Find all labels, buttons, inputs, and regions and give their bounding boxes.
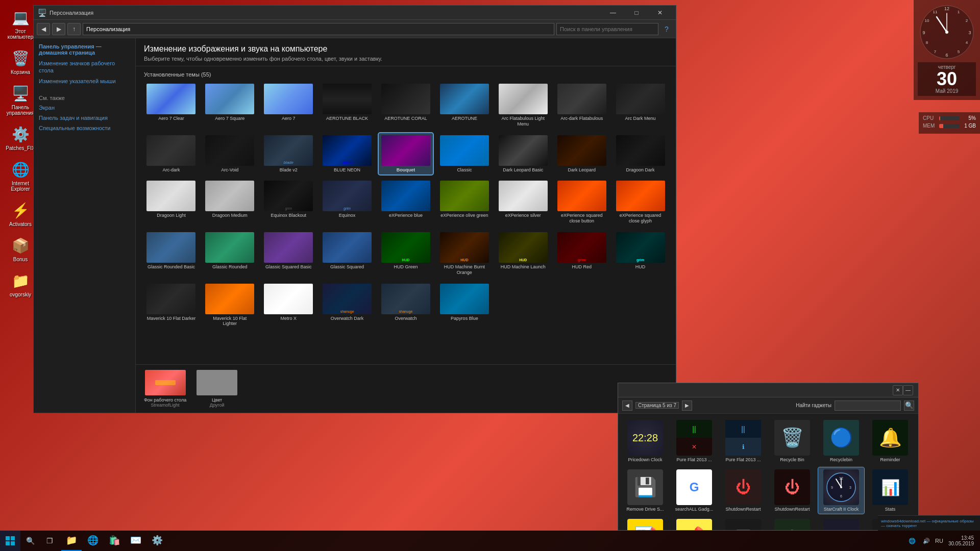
gadget-pure-flat-1[interactable]: || ✕ Pure Flat 2013 ... — [671, 418, 717, 464]
theme-hudgreen[interactable]: HUD HUD Green — [379, 230, 433, 278]
sidebar-home-link[interactable]: Панель управления — домашняя страница — [39, 43, 130, 56]
gadget-recyclebin[interactable]: 🔵 Recyclebin — [818, 418, 864, 464]
theme-metro[interactable]: Metro X — [261, 282, 316, 329]
gadget-sticky-notes-on[interactable]: 📌 Sticky Notes On... — [671, 517, 717, 530]
taskbar-search-button[interactable]: 🔍 — [20, 531, 40, 551]
up-button[interactable]: ↑ — [67, 23, 81, 35]
gadget-searchall[interactable]: G searchALL Gadg... — [671, 467, 717, 514]
theme-expsqcb[interactable]: eXPerience squared close button — [554, 179, 609, 226]
theme-aerotune[interactable]: AEROTUNE — [437, 82, 492, 129]
gadget-sticky-notes[interactable]: 📝 Sticky Notes — [622, 517, 668, 530]
language-indicator[interactable]: RU — [935, 538, 943, 544]
wallpaper-item[interactable]: Фон рабочего столаStreamofLight — [144, 370, 186, 408]
theme-blade[interactable]: blade Blade v2 — [261, 133, 316, 175]
theme-ow[interactable]: shanuge Overwatch — [379, 282, 433, 329]
theme-aeroblack[interactable]: AEROTUNE BLACK — [320, 82, 375, 129]
theme-aerocoral[interactable]: AEROTUNE CORAL — [379, 82, 433, 129]
network-icon[interactable]: 🌐 — [906, 538, 918, 544]
gadget-next-button[interactable]: ▶ — [682, 400, 692, 411]
sidebar-display-link[interactable]: Экран — [39, 104, 130, 111]
theme-arcflatlight[interactable]: Arc Flatabulous Light Menu — [496, 82, 550, 129]
back-button[interactable]: ◀ — [37, 23, 50, 35]
taskbar-icon-mail[interactable]: ✉️ — [126, 531, 146, 551]
volume-icon[interactable]: 🔊 — [921, 538, 932, 544]
theme-equinox[interactable]: grim Equinox — [320, 179, 375, 226]
gadget-shutdown-restart-2[interactable]: ⏻ ShutdownRestart — [769, 467, 815, 514]
taskbar-icon-settings[interactable]: ⚙️ — [147, 531, 167, 551]
gadget-search-input[interactable] — [835, 400, 901, 411]
theme-darkleopardbasic[interactable]: Dark Leopard Basic — [496, 133, 550, 175]
gadget-system-monitor-ii[interactable]: 📉 System Monitor II — [720, 517, 766, 530]
window-maximize-button[interactable]: □ — [625, 6, 648, 20]
start-button[interactable] — [0, 531, 20, 551]
theme-aero7clear[interactable]: Aero 7 Clear — [144, 82, 199, 129]
theme-mav10light[interactable]: Maverick 10 Flat Lighter — [203, 282, 257, 329]
theme-hud[interactable]: grim HUD — [613, 230, 668, 278]
theme-hudbnt[interactable]: HUD HUD Machine Burnt Orange — [437, 230, 492, 278]
help-button[interactable]: ? — [660, 23, 673, 35]
theme-glassicrounded[interactable]: Glassic Rounded — [203, 230, 257, 278]
gadget-minimize-button[interactable]: — — [903, 385, 913, 395]
theme-aero7sq[interactable]: Aero 7 Square — [203, 82, 257, 129]
gadget-reminder[interactable]: 🔔 Reminder — [867, 418, 913, 464]
address-bar[interactable] — [83, 23, 554, 35]
theme-darkleopard[interactable]: Dark Leopard — [554, 133, 609, 175]
gadget-remove-drive[interactable]: 💾 Remove Drive S... — [622, 467, 668, 514]
gadget-system-uptime[interactable]: ⏱️ System Uptime ... — [769, 517, 815, 530]
theme-hudred[interactable]: grim HUD Red — [554, 230, 609, 278]
gadget-starcraft-clock[interactable]: 12 3 6 9 StarCraft II Clock — [818, 467, 864, 514]
system-clock[interactable]: 13:45 30.05.2019 — [946, 535, 976, 546]
theme-glassicroundedbasic[interactable]: Glassic Rounded Basic — [144, 230, 199, 278]
theme-bouquet[interactable]: Bouquet — [379, 133, 433, 175]
taskbar-icon-explorer[interactable]: 📁 — [61, 531, 82, 551]
theme-thumb-equinoxblack: grim — [264, 181, 313, 211]
theme-arcdark[interactable]: Arc Dark Menu — [613, 82, 668, 129]
sidebar-icons-link[interactable]: Изменение значков рабочего стола — [39, 60, 130, 74]
window-close-button[interactable]: ✕ — [648, 6, 672, 20]
theme-arcvoid[interactable]: Arc-Void — [203, 133, 257, 175]
theme-classic[interactable]: Classic — [437, 133, 492, 175]
themes-container[interactable]: Установленные темы (55) Aero 7 Clear Aer… — [136, 66, 676, 364]
recycle-bin-icon: 🗑️ — [10, 48, 31, 68]
theme-glassicsq[interactable]: Glassic Squared — [320, 230, 375, 278]
theme-dragoonmedium[interactable]: Dragoon Medium — [203, 179, 257, 226]
gadget-pure-flat-2[interactable]: || ℹ Pure Flat 2013 ... — [720, 418, 766, 464]
forward-button[interactable]: ▶ — [52, 23, 65, 35]
theme-expsqcg[interactable]: eXPerience squared close glyph — [613, 179, 668, 226]
sidebar-mouse-link[interactable]: Изменение указателей мыши — [39, 78, 130, 85]
taskbar-icon-edge[interactable]: 🌐 — [83, 531, 103, 551]
theme-dragoondark[interactable]: Dragoon Dark — [613, 133, 668, 175]
download-banner: windows64download.net — официальные обра… — [878, 515, 980, 531]
gadget-shutdown-restart-1[interactable]: ⏻ ShutdownRestart — [720, 467, 766, 514]
gadget-recycle-bin[interactable]: 🗑️ Recycle Bin — [769, 418, 815, 464]
theme-owdark[interactable]: shanuge Overwatch Dark — [320, 282, 375, 329]
gadget-prev-button[interactable]: ◀ — [622, 400, 632, 411]
theme-blueneon[interactable]: neon BLUE NEON — [320, 133, 375, 175]
theme-glassicsqbasic[interactable]: Glassic Squared Basic — [261, 230, 316, 278]
svg-text:7: 7 — [934, 49, 937, 54]
theme-dragoonlight[interactable]: Dragoon Light — [144, 179, 199, 226]
color-item[interactable]: ЦветДругой — [197, 370, 237, 408]
theme-papblue[interactable]: Papyros Blue — [437, 282, 492, 329]
theme-expblue[interactable]: eXPerience blue — [379, 179, 433, 226]
gadget-stats[interactable]: 📊 Stats — [867, 467, 913, 514]
theme-arcdarkflat[interactable]: Arc-dark Flatabulous — [554, 82, 609, 129]
taskbar-icon-store[interactable]: 🛍️ — [104, 531, 125, 551]
theme-aero7[interactable]: Aero 7 — [261, 82, 316, 129]
theme-expsilver[interactable]: eXPerience silver — [496, 179, 550, 226]
taskbar-task-view-button[interactable]: ❐ — [40, 531, 59, 551]
window-minimize-button[interactable]: — — [601, 6, 625, 20]
gadget-top-five[interactable]: TopProcessMonitor Top Five — [818, 517, 864, 530]
theme-mav10dark[interactable]: Maverick 10 Flat Darker — [144, 282, 199, 329]
search-bar[interactable] — [556, 23, 658, 35]
sidebar-taskbar-link[interactable]: Панель задач и навигация — [39, 114, 130, 121]
theme-equinoxblack[interactable]: grim Equinox Blackout — [261, 179, 316, 226]
theme-expolive[interactable]: eXPerience olive green — [437, 179, 492, 226]
gadget-search-button[interactable]: 🔍 — [904, 400, 914, 411]
sidebar-accessibility-link[interactable]: Специальные возможности — [39, 124, 130, 132]
theme-hudlaunch[interactable]: HUD HUD Machine Launch — [496, 230, 550, 278]
gadget-pricedown-clock[interactable]: 22:28 Pricedown Clock — [622, 418, 668, 464]
theme-arcdarkm[interactable]: Arc-dark — [144, 133, 199, 175]
mem-value: 1 GB — [962, 123, 976, 129]
gadget-close-button[interactable]: ✕ — [893, 385, 903, 395]
